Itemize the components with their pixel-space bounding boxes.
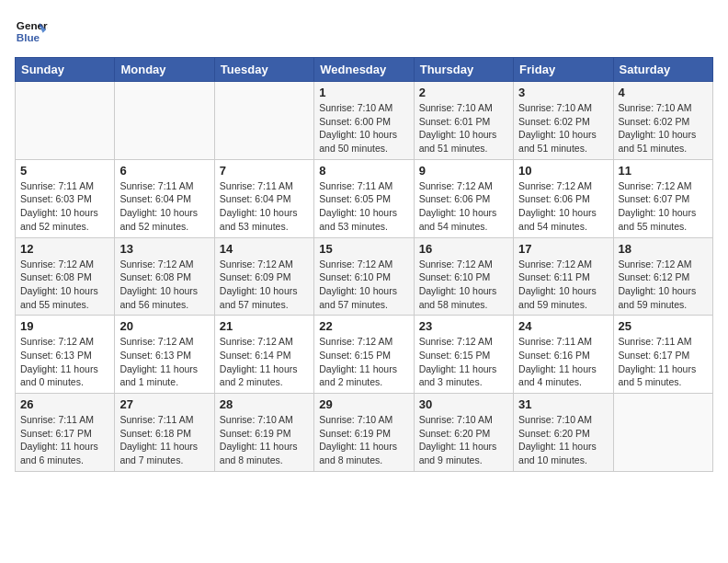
calendar-cell: [214, 82, 313, 160]
calendar-cell: 14Sunrise: 7:12 AM Sunset: 6:09 PM Dayli…: [214, 237, 313, 316]
day-info: Sunrise: 7:12 AM Sunset: 6:10 PM Dayligh…: [319, 258, 408, 312]
day-number: 14: [220, 242, 309, 256]
day-info: Sunrise: 7:12 AM Sunset: 6:15 PM Dayligh…: [419, 335, 508, 389]
day-number: 6: [119, 164, 209, 178]
calendar-cell: 31Sunrise: 7:10 AM Sunset: 6:20 PM Dayli…: [514, 394, 613, 472]
logo: General Blue: [15, 15, 51, 48]
page-header: General Blue: [15, 15, 713, 48]
day-info: Sunrise: 7:10 AM Sunset: 6:20 PM Dayligh…: [518, 413, 608, 467]
day-info: Sunrise: 7:12 AM Sunset: 6:13 PM Dayligh…: [119, 335, 209, 389]
calendar-cell: 15Sunrise: 7:12 AM Sunset: 6:10 PM Dayli…: [314, 237, 414, 316]
calendar-cell: 11Sunrise: 7:12 AM Sunset: 6:07 PM Dayli…: [613, 159, 712, 237]
day-number: 15: [319, 242, 408, 256]
week-row-1: 1Sunrise: 7:10 AM Sunset: 6:00 PM Daylig…: [16, 82, 713, 160]
day-info: Sunrise: 7:10 AM Sunset: 6:01 PM Dayligh…: [419, 101, 508, 155]
day-info: Sunrise: 7:12 AM Sunset: 6:15 PM Dayligh…: [319, 335, 408, 389]
day-info: Sunrise: 7:11 AM Sunset: 6:16 PM Dayligh…: [518, 335, 608, 389]
calendar-cell: 1Sunrise: 7:10 AM Sunset: 6:00 PM Daylig…: [314, 82, 414, 160]
day-number: 24: [518, 319, 608, 333]
calendar-cell: [115, 82, 214, 160]
day-number: 31: [518, 397, 608, 411]
calendar-cell: 12Sunrise: 7:12 AM Sunset: 6:08 PM Dayli…: [16, 237, 115, 316]
day-number: 7: [220, 164, 309, 178]
day-number: 28: [220, 397, 309, 411]
calendar-cell: 24Sunrise: 7:11 AM Sunset: 6:16 PM Dayli…: [514, 316, 613, 394]
weekday-header-friday: Friday: [514, 58, 613, 82]
day-info: Sunrise: 7:11 AM Sunset: 6:04 PM Dayligh…: [119, 179, 209, 234]
calendar-table: SundayMondayTuesdayWednesdayThursdayFrid…: [15, 57, 713, 472]
calendar-cell: 21Sunrise: 7:12 AM Sunset: 6:14 PM Dayli…: [214, 316, 313, 394]
weekday-header-row: SundayMondayTuesdayWednesdayThursdayFrid…: [16, 58, 713, 82]
day-info: Sunrise: 7:12 AM Sunset: 6:12 PM Dayligh…: [619, 258, 708, 312]
day-number: 19: [20, 319, 109, 333]
day-info: Sunrise: 7:10 AM Sunset: 6:20 PM Dayligh…: [419, 413, 508, 467]
weekday-header-tuesday: Tuesday: [214, 58, 313, 82]
day-info: Sunrise: 7:11 AM Sunset: 6:18 PM Dayligh…: [119, 413, 209, 467]
week-row-5: 26Sunrise: 7:11 AM Sunset: 6:17 PM Dayli…: [16, 394, 713, 472]
day-number: 20: [119, 319, 209, 333]
day-info: Sunrise: 7:11 AM Sunset: 6:17 PM Dayligh…: [619, 335, 708, 389]
weekday-header-sunday: Sunday: [16, 58, 115, 82]
calendar-cell: 18Sunrise: 7:12 AM Sunset: 6:12 PM Dayli…: [613, 237, 712, 316]
calendar-cell: 13Sunrise: 7:12 AM Sunset: 6:08 PM Dayli…: [115, 237, 214, 316]
week-row-4: 19Sunrise: 7:12 AM Sunset: 6:13 PM Dayli…: [16, 316, 713, 394]
calendar-cell: 22Sunrise: 7:12 AM Sunset: 6:15 PM Dayli…: [314, 316, 414, 394]
calendar-cell: 5Sunrise: 7:11 AM Sunset: 6:03 PM Daylig…: [16, 159, 115, 237]
day-number: 5: [20, 164, 109, 178]
day-info: Sunrise: 7:10 AM Sunset: 6:19 PM Dayligh…: [319, 413, 408, 467]
week-row-2: 5Sunrise: 7:11 AM Sunset: 6:03 PM Daylig…: [16, 159, 713, 237]
day-number: 13: [119, 242, 209, 256]
day-info: Sunrise: 7:11 AM Sunset: 6:03 PM Dayligh…: [20, 179, 109, 234]
day-info: Sunrise: 7:12 AM Sunset: 6:11 PM Dayligh…: [518, 258, 608, 312]
day-info: Sunrise: 7:12 AM Sunset: 6:10 PM Dayligh…: [419, 258, 508, 312]
day-number: 9: [419, 164, 508, 178]
day-number: 12: [20, 242, 109, 256]
weekday-header-wednesday: Wednesday: [314, 58, 414, 82]
calendar-cell: 20Sunrise: 7:12 AM Sunset: 6:13 PM Dayli…: [115, 316, 214, 394]
day-number: 3: [518, 86, 608, 99]
day-info: Sunrise: 7:12 AM Sunset: 6:09 PM Dayligh…: [220, 258, 309, 312]
day-number: 4: [619, 86, 708, 99]
calendar-cell: 27Sunrise: 7:11 AM Sunset: 6:18 PM Dayli…: [115, 394, 214, 472]
day-info: Sunrise: 7:12 AM Sunset: 6:06 PM Dayligh…: [419, 179, 508, 234]
day-number: 21: [220, 319, 309, 333]
calendar-cell: 3Sunrise: 7:10 AM Sunset: 6:02 PM Daylig…: [514, 82, 613, 160]
day-number: 23: [419, 319, 508, 333]
calendar-cell: 2Sunrise: 7:10 AM Sunset: 6:01 PM Daylig…: [414, 82, 513, 160]
day-info: Sunrise: 7:12 AM Sunset: 6:14 PM Dayligh…: [220, 335, 309, 389]
day-info: Sunrise: 7:12 AM Sunset: 6:13 PM Dayligh…: [20, 335, 109, 389]
day-info: Sunrise: 7:11 AM Sunset: 6:17 PM Dayligh…: [20, 413, 109, 467]
day-number: 29: [319, 397, 408, 411]
calendar-cell: 9Sunrise: 7:12 AM Sunset: 6:06 PM Daylig…: [414, 159, 513, 237]
calendar-cell: 16Sunrise: 7:12 AM Sunset: 6:10 PM Dayli…: [414, 237, 513, 316]
day-number: 18: [619, 242, 708, 256]
calendar-cell: 6Sunrise: 7:11 AM Sunset: 6:04 PM Daylig…: [115, 159, 214, 237]
calendar-cell: 23Sunrise: 7:12 AM Sunset: 6:15 PM Dayli…: [414, 316, 513, 394]
calendar-cell: [613, 394, 712, 472]
day-info: Sunrise: 7:10 AM Sunset: 6:00 PM Dayligh…: [319, 101, 408, 155]
calendar-cell: [16, 82, 115, 160]
day-info: Sunrise: 7:12 AM Sunset: 6:07 PM Dayligh…: [619, 179, 708, 234]
day-number: 16: [419, 242, 508, 256]
day-number: 8: [319, 164, 408, 178]
calendar-cell: 25Sunrise: 7:11 AM Sunset: 6:17 PM Dayli…: [613, 316, 712, 394]
calendar-cell: 30Sunrise: 7:10 AM Sunset: 6:20 PM Dayli…: [414, 394, 513, 472]
weekday-header-thursday: Thursday: [414, 58, 513, 82]
day-number: 26: [20, 397, 109, 411]
day-number: 22: [319, 319, 408, 333]
calendar-cell: 26Sunrise: 7:11 AM Sunset: 6:17 PM Dayli…: [16, 394, 115, 472]
day-number: 27: [119, 397, 209, 411]
day-number: 30: [419, 397, 508, 411]
calendar-cell: 28Sunrise: 7:10 AM Sunset: 6:19 PM Dayli…: [214, 394, 313, 472]
day-info: Sunrise: 7:12 AM Sunset: 6:08 PM Dayligh…: [119, 258, 209, 312]
calendar-cell: 17Sunrise: 7:12 AM Sunset: 6:11 PM Dayli…: [514, 237, 613, 316]
calendar-cell: 29Sunrise: 7:10 AM Sunset: 6:19 PM Dayli…: [314, 394, 414, 472]
day-info: Sunrise: 7:11 AM Sunset: 6:05 PM Dayligh…: [319, 179, 408, 234]
week-row-3: 12Sunrise: 7:12 AM Sunset: 6:08 PM Dayli…: [16, 237, 713, 316]
svg-text:Blue: Blue: [17, 31, 40, 43]
day-info: Sunrise: 7:10 AM Sunset: 6:02 PM Dayligh…: [518, 101, 608, 155]
day-number: 1: [319, 86, 408, 99]
weekday-header-monday: Monday: [115, 58, 214, 82]
calendar-cell: 4Sunrise: 7:10 AM Sunset: 6:02 PM Daylig…: [613, 82, 712, 160]
day-number: 25: [619, 319, 708, 333]
